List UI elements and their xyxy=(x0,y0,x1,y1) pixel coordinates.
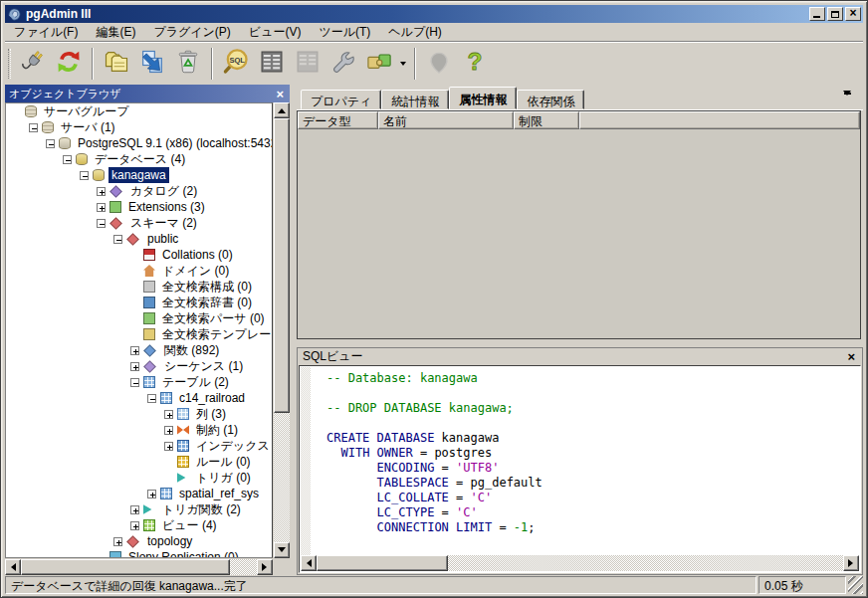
menu-item-5[interactable]: ヘルプ(H) xyxy=(379,22,451,43)
tree-item[interactable]: トリガ (0) xyxy=(6,470,272,486)
sql-code[interactable]: -- Database: kanagawa -- DROP DATABASE k… xyxy=(311,367,859,555)
scroll-thumb[interactable] xyxy=(274,118,290,413)
column-header-1[interactable]: 名前 xyxy=(378,111,514,129)
collapse-icon[interactable] xyxy=(147,394,156,403)
down-arrow-icon xyxy=(278,547,286,556)
tree-vertical-scrollbar[interactable] xyxy=(274,102,290,558)
scroll-thumb[interactable] xyxy=(317,555,448,571)
menu-item-1[interactable]: 編集(E) xyxy=(87,22,144,43)
help-button[interactable]: ? xyxy=(457,46,493,82)
tree-item[interactable]: c14_railroad xyxy=(6,390,272,406)
tab-2[interactable]: 属性情報 xyxy=(449,87,517,109)
expand-icon[interactable] xyxy=(164,410,173,419)
tab-3[interactable]: 依存関係 xyxy=(517,90,584,109)
collapse-icon[interactable] xyxy=(130,378,139,387)
toolbar-grip[interactable] xyxy=(8,49,11,79)
horizontal-splitter[interactable] xyxy=(588,339,863,347)
expand-icon[interactable] xyxy=(113,537,122,546)
connect-button[interactable] xyxy=(15,46,51,82)
minimize-button[interactable] xyxy=(809,7,825,21)
maximize-icon xyxy=(831,11,839,18)
folders-icon xyxy=(103,48,130,79)
tree-item-label: topology xyxy=(144,533,195,549)
sql-horizontal-scrollbar[interactable] xyxy=(301,555,859,571)
expand-icon[interactable] xyxy=(164,426,173,435)
database-icon xyxy=(93,169,105,181)
tree-item[interactable]: ビュー (4) xyxy=(6,517,272,533)
tree-item-label: カタログ (2) xyxy=(127,182,200,201)
properties-button[interactable] xyxy=(99,46,134,82)
tree-item-label: スキーマ (2) xyxy=(127,214,200,233)
menu-item-0[interactable]: ファイル(F) xyxy=(5,22,87,43)
filtered-grid-icon xyxy=(294,48,322,79)
scroll-left-button[interactable] xyxy=(5,559,21,575)
pgadmin-window: pgAdmin III × ファイル(F)編集(E)プラグイン(P)ビュー(V)… xyxy=(0,0,868,598)
tree-item[interactable]: サーバグループ xyxy=(6,103,272,119)
tree-item[interactable]: 全文検索テンプレート (0) xyxy=(6,326,272,342)
plugins-button[interactable] xyxy=(361,46,397,82)
column-header-2[interactable]: 制限 xyxy=(514,111,579,129)
scroll-up-button[interactable] xyxy=(274,102,290,118)
functions-icon xyxy=(143,344,156,357)
expand-icon[interactable] xyxy=(164,442,173,451)
scroll-thumb[interactable] xyxy=(21,559,230,575)
delete-button[interactable] xyxy=(170,46,206,82)
menu-item-4[interactable]: ツール(T) xyxy=(310,22,379,43)
collapse-icon[interactable] xyxy=(97,219,106,228)
sql-query-button[interactable]: SQL xyxy=(218,46,254,82)
column-header-3[interactable] xyxy=(579,111,860,129)
scroll-right-button[interactable] xyxy=(257,559,273,575)
expand-icon[interactable] xyxy=(147,490,156,498)
maximize-button[interactable] xyxy=(827,7,843,21)
expand-icon[interactable] xyxy=(97,187,106,196)
tree-item[interactable]: public xyxy=(6,231,272,247)
tree-item[interactable]: データベース (4) xyxy=(6,151,272,167)
collapse-icon[interactable] xyxy=(29,123,38,132)
sql-pane-close-button[interactable]: × xyxy=(845,350,857,363)
sequences-icon xyxy=(143,360,156,373)
expand-icon[interactable] xyxy=(130,362,139,371)
column-header-0[interactable]: データ型 xyxy=(298,111,378,129)
collapse-icon[interactable] xyxy=(113,235,122,244)
tree-item[interactable]: スキーマ (2) xyxy=(6,215,272,231)
menu-item-2[interactable]: プラグイン(P) xyxy=(144,22,239,43)
collapse-icon[interactable] xyxy=(63,155,72,164)
tree-item[interactable]: テーブル (2) xyxy=(6,374,272,390)
domains-icon xyxy=(143,265,155,277)
tree-item[interactable]: シーケンス (1) xyxy=(6,358,272,374)
puzzle-icon xyxy=(365,48,393,79)
object-browser-close-button[interactable]: × xyxy=(274,88,286,100)
tree-horizontal-scrollbar[interactable] xyxy=(5,559,273,575)
tree-item[interactable]: トリガ関数 (2) xyxy=(6,501,272,517)
collapse-icon[interactable] xyxy=(80,171,89,180)
collapse-icon[interactable] xyxy=(46,139,55,148)
menu-item-3[interactable]: ビュー(V) xyxy=(240,22,311,43)
scroll-right-button[interactable] xyxy=(843,555,859,571)
plugins-dropdown-button[interactable] xyxy=(397,46,409,82)
refresh-button[interactable] xyxy=(51,46,87,82)
scroll-left-button[interactable] xyxy=(301,555,317,571)
expand-icon[interactable] xyxy=(130,521,139,530)
expand-icon[interactable] xyxy=(97,203,106,212)
expand-icon[interactable] xyxy=(130,346,139,355)
arrow-document-button[interactable] xyxy=(134,46,170,82)
sql-gutter xyxy=(301,367,311,555)
tree-item[interactable]: サーバ (1) xyxy=(6,119,272,135)
vertical-splitter[interactable] xyxy=(290,85,297,575)
tab-list-dropdown-button[interactable] xyxy=(841,93,853,104)
tree-item[interactable]: カタログ (2) xyxy=(6,183,272,199)
question-mark-icon: ? xyxy=(461,48,489,79)
tree-item[interactable]: topology xyxy=(6,533,272,549)
window-title: pgAdmin III xyxy=(26,7,91,21)
maintenance-button[interactable] xyxy=(326,46,361,82)
scroll-down-button[interactable] xyxy=(274,542,290,558)
resize-grip[interactable] xyxy=(848,576,863,594)
expand-icon[interactable] xyxy=(130,505,139,514)
view-data-button[interactable] xyxy=(254,46,290,82)
tab-1[interactable]: 統計情報 xyxy=(381,90,449,109)
tab-0[interactable]: プロパティ xyxy=(301,90,381,109)
close-button[interactable]: × xyxy=(845,7,861,21)
right-column: プロパティ統計情報属性情報依存関係 データ型名前制限 SQLビュー × -- D… xyxy=(297,85,863,575)
tree-item[interactable]: Slony Replication (0) xyxy=(6,549,272,558)
tree-item-label: サーバ (1) xyxy=(58,118,118,137)
